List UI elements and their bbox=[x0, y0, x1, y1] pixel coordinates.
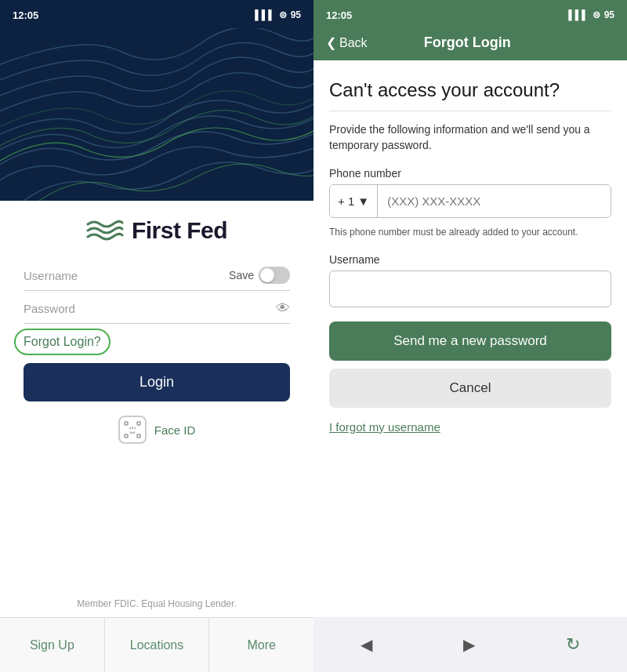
browser-forward-button[interactable]: ▶ bbox=[463, 635, 475, 654]
wifi-icon: ⊜ bbox=[279, 9, 287, 20]
svg-rect-2 bbox=[137, 422, 140, 425]
svg-point-5 bbox=[129, 427, 131, 429]
right-status-right: ▌▌▌ ⊜ 95 bbox=[568, 9, 614, 20]
cancel-button[interactable]: Cancel bbox=[329, 369, 611, 408]
left-phone: 12:05 ▌▌▌ ⊜ 95 bbox=[0, 0, 314, 672]
left-tab-bar: Sign Up Locations More bbox=[0, 617, 314, 672]
back-label: Back bbox=[339, 36, 368, 50]
svg-rect-4 bbox=[137, 434, 140, 438]
username-input[interactable] bbox=[329, 271, 611, 307]
phone-number-input[interactable] bbox=[378, 185, 611, 217]
tab-locations[interactable]: Locations bbox=[105, 618, 210, 672]
forgot-username-link[interactable]: I forgot my username bbox=[329, 420, 440, 434]
instruction-text: Provide the following information and we… bbox=[329, 122, 611, 153]
tab-signup[interactable]: Sign Up bbox=[0, 618, 105, 672]
back-button[interactable]: ❮ Back bbox=[326, 35, 368, 50]
toggle-knob bbox=[260, 268, 274, 282]
svg-point-6 bbox=[134, 427, 136, 429]
left-time: 12:05 bbox=[13, 9, 38, 21]
battery-icon: 95 bbox=[291, 9, 301, 20]
save-toggle-switch[interactable] bbox=[259, 267, 290, 284]
left-status-right: ▌▌▌ ⊜ 95 bbox=[255, 9, 301, 20]
logo-text: First Fed bbox=[132, 217, 227, 244]
member-fdic-text: Member FDIC. Equal Housing Lender. bbox=[77, 598, 236, 617]
svg-rect-3 bbox=[125, 434, 128, 438]
forgot-circle-highlight bbox=[14, 329, 111, 355]
back-chevron-icon: ❮ bbox=[326, 35, 336, 50]
right-battery-icon: 95 bbox=[604, 9, 614, 20]
tab-more[interactable]: More bbox=[209, 618, 314, 672]
svg-rect-0 bbox=[0, 28, 314, 201]
right-status-bar: 12:05 ▌▌▌ ⊜ 95 bbox=[314, 0, 627, 28]
right-time: 12:05 bbox=[326, 9, 352, 21]
password-placeholder: Password bbox=[24, 302, 276, 315]
left-status-bar: 12:05 ▌▌▌ ⊜ 95 bbox=[0, 0, 314, 28]
username-row: Username Save bbox=[24, 260, 290, 291]
right-phone: 12:05 ▌▌▌ ⊜ 95 ❮ Back Forgot Login Can't… bbox=[314, 0, 627, 672]
phone-label: Phone number bbox=[329, 167, 611, 180]
login-button[interactable]: Login bbox=[24, 363, 290, 401]
right-bottom-bar: ◀ ▶ ↻ bbox=[314, 617, 627, 672]
svg-rect-1 bbox=[125, 422, 128, 425]
phone-note: This phone number must be already added … bbox=[329, 226, 611, 239]
face-id-label: Face ID bbox=[154, 423, 196, 437]
forgot-login-area: Forgot Login? bbox=[24, 335, 101, 349]
cant-access-heading: Can't access your account? bbox=[329, 79, 611, 101]
logo-area: First Fed bbox=[86, 216, 227, 245]
login-content: First Fed Username Save Password 👁 Forgo… bbox=[0, 201, 314, 617]
dropdown-arrow-icon: ▼ bbox=[357, 194, 369, 208]
nav-title: Forgot Login bbox=[368, 35, 567, 51]
right-wifi-icon: ⊜ bbox=[593, 9, 600, 20]
right-content: Can't access your account? Provide the f… bbox=[314, 60, 627, 617]
username-label: Username bbox=[329, 253, 611, 266]
country-code-selector[interactable]: + 1 ▼ bbox=[330, 185, 378, 217]
map-background bbox=[0, 28, 314, 201]
face-id-icon bbox=[118, 416, 147, 444]
right-signal-icon: ▌▌▌ bbox=[568, 9, 589, 20]
logo-waves-icon bbox=[86, 216, 124, 245]
heading-divider bbox=[329, 111, 611, 111]
username-placeholder: Username bbox=[24, 269, 229, 282]
signal-icon: ▌▌▌ bbox=[255, 9, 275, 20]
phone-input-row: + 1 ▼ bbox=[329, 184, 611, 218]
password-row: Password 👁 bbox=[24, 294, 290, 324]
browser-back-button[interactable]: ◀ bbox=[361, 635, 372, 654]
browser-refresh-button[interactable]: ↻ bbox=[566, 634, 580, 655]
save-label: Save bbox=[229, 269, 254, 282]
eye-icon[interactable]: 👁 bbox=[276, 300, 290, 317]
save-toggle-area: Save bbox=[229, 267, 290, 284]
country-code-value: + 1 bbox=[338, 194, 354, 208]
send-password-button[interactable]: Send me a new password bbox=[329, 321, 611, 361]
face-id-row: Face ID bbox=[118, 416, 196, 444]
right-nav-bar: ❮ Back Forgot Login bbox=[314, 28, 627, 60]
